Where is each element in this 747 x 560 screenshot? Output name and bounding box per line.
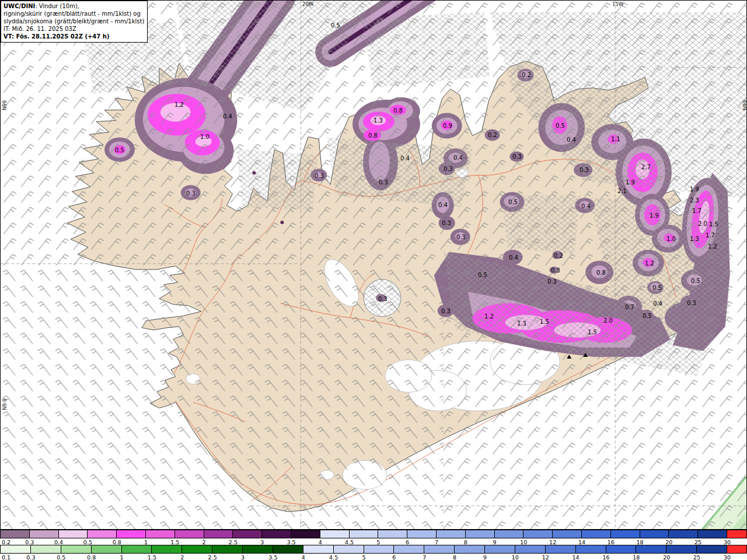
colorbar-cell: 6 [394, 545, 424, 554]
colorbar-cell: 30 [727, 545, 747, 554]
colorbar-threshold-label: 0.8 [87, 554, 96, 560]
colorbar-cell: 9 [485, 545, 515, 554]
legend-title: UWC/DINI: Vindur (10m), [4, 2, 144, 10]
colorbar-cell: 14 [582, 530, 611, 538]
colorbar-cell: 30 [727, 530, 747, 538]
colorbar-cell: 0.4 [59, 530, 88, 538]
colorbar-cell: 5 [364, 545, 395, 554]
colorbar-threshold-label: 1.5 [148, 554, 156, 560]
map-canvas [1, 1, 746, 529]
colorbar-cell: 1 [146, 530, 175, 538]
weather-map: 0.50.51.21.00.40.30.31.30.80.80.40.30.90… [0, 0, 747, 530]
colorbar-threshold-label: 30 [724, 554, 731, 560]
colorbar-threshold-label: 4.5 [329, 554, 338, 560]
colorbar-threshold-label: 25 [693, 554, 700, 560]
colorbar-cell: 0.2 [0, 530, 30, 538]
colorbar-cell: 2 [182, 545, 212, 554]
colorbar-cell: 7 [424, 545, 455, 554]
legend-init-time: IT: Mið. 26. 11. 2025 03Z [4, 25, 144, 33]
colorbar-cell: 5 [378, 530, 407, 538]
colorbar-cell: 4.5 [334, 545, 364, 554]
colorbar-threshold-label: 18 [633, 554, 640, 560]
colorbar-cell: 20 [666, 545, 697, 554]
colorbar-cell: 14 [576, 545, 606, 554]
colorbar-cell: 16 [606, 545, 637, 554]
colorbar-cell: 1.5 [175, 530, 204, 538]
colorbar-threshold-label: 9 [483, 554, 487, 560]
colorbar-threshold-label: 8 [453, 554, 456, 560]
colorbar-threshold-label: 12 [542, 554, 549, 560]
colorbar-threshold-label: 0.1 [2, 554, 11, 560]
colorbar-cell: 0.8 [92, 545, 122, 554]
colorbar-cell: 4 [320, 530, 350, 538]
colorbar-threshold-label: 20 [663, 554, 670, 560]
colorbar-threshold-label: 0.5 [57, 554, 65, 560]
colorbar-cell: 25 [698, 530, 727, 538]
colorbar-cell: 7 [437, 530, 466, 538]
colorbar-cell: 0.8 [117, 530, 146, 538]
colorbar-cell: 4 [303, 545, 334, 554]
colorbar-cell: 12 [553, 530, 582, 538]
colorbar-cell: 3 [243, 545, 273, 554]
colorbar-threshold-label: 0.3 [26, 554, 35, 560]
colorbar-threshold-label: 2 [180, 554, 184, 560]
colorbar-rain: 0.10.30.50.811.522.533.544.5567891012141… [0, 545, 747, 560]
colorbar-cell: 3.5 [291, 530, 320, 538]
colorbar-cell: 0.3 [31, 545, 61, 554]
colorbar-threshold-label: 4 [302, 554, 305, 560]
colorbar-threshold-label: 2.5 [208, 554, 217, 560]
colorbar-cell: 4.5 [350, 530, 379, 538]
colorbar-panel: 0.20.30.40.50.811.522.533.544.5567891012… [0, 530, 747, 560]
colorbar-threshold-label: 10 [512, 554, 519, 560]
colorbar-threshold-label: 16 [602, 554, 609, 560]
legend-valid-time: VT: Fös. 28.11.2025 02Z (+47 h) [4, 33, 144, 40]
colorbar-cell: 10 [523, 530, 553, 538]
colorbar-cell: 1.5 [152, 545, 182, 554]
colorbar-cell: 3 [262, 530, 291, 538]
colorbar-cell: 20 [669, 530, 698, 538]
colorbar-threshold-label: 3.5 [268, 554, 277, 560]
colorbar-threshold-label: 1 [120, 554, 123, 560]
colorbar-cell: 8 [466, 530, 495, 538]
colorbar-cell: 10 [515, 545, 546, 554]
legend-title-rest: : Vindur (10m), [35, 3, 79, 9]
colorbar-cell: 2.5 [233, 530, 262, 538]
colorbar-cell: 0.3 [30, 530, 59, 538]
colorbar-cell: 2 [204, 530, 233, 538]
legend-line-sleet: slydda/snjókoma (grátt/bleikt/grænt - mm… [4, 18, 144, 25]
legend-line-rain: rigning/skúrir (grænt/blátt/rautt - mm/1… [4, 10, 144, 18]
colorbar-threshold-label: 14 [573, 554, 580, 560]
colorbar-threshold-label: 3 [241, 554, 245, 560]
colorbar-sleet-snow: 0.20.30.40.50.811.522.533.544.5567891012… [0, 530, 747, 545]
colorbar-cell: 9 [495, 530, 524, 538]
colorbar-cell: 8 [455, 545, 485, 554]
legend-box: UWC/DINI: Vindur (10m), rigning/skúrir (… [1, 1, 148, 43]
colorbar-cell: 18 [640, 530, 669, 538]
legend-title-model: UWC/DINI [4, 3, 35, 9]
colorbar-cell: 3.5 [273, 545, 303, 554]
colorbar-cell: 2.5 [212, 545, 243, 554]
colorbar-cell: 18 [636, 545, 666, 554]
colorbar-cell: 12 [546, 545, 576, 554]
colorbar-cell: 16 [611, 530, 640, 538]
colorbar-threshold-label: 5 [362, 554, 365, 560]
colorbar-cell: 25 [697, 545, 727, 554]
colorbar-cell: 1 [122, 545, 152, 554]
colorbar-cell: 6 [407, 530, 437, 538]
colorbar-cell: 0.5 [61, 545, 92, 554]
colorbar-cell: 0.1 [0, 545, 31, 554]
colorbar-cell: 0.5 [88, 530, 117, 538]
colorbar-threshold-label: 7 [423, 554, 426, 560]
colorbar-threshold-label: 6 [392, 554, 396, 560]
